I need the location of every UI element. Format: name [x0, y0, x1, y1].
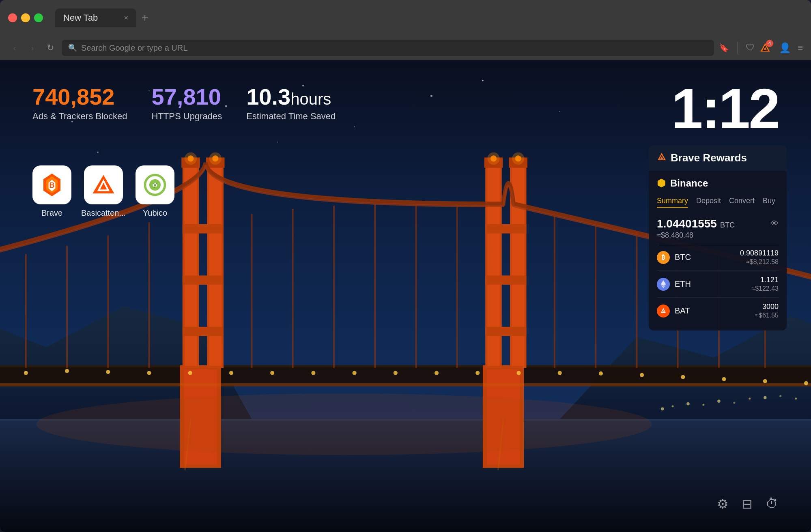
- shortcut-bat[interactable]: Basicatten...: [81, 165, 126, 218]
- svg-point-108: [779, 395, 781, 397]
- bat-amount: 3000: [755, 302, 779, 311]
- svg-text:y: y: [153, 181, 157, 188]
- active-tab[interactable]: New Tab ×: [55, 9, 136, 27]
- svg-point-100: [661, 408, 664, 411]
- total-balance-usd: ≈$8,480.48: [657, 231, 735, 240]
- bat-triangle-icon: [657, 152, 667, 162]
- svg-point-66: [185, 152, 197, 165]
- svg-point-88: [558, 371, 562, 375]
- tab-buy[interactable]: Buy: [763, 195, 775, 208]
- tab-convert[interactable]: Convert: [729, 195, 755, 208]
- eth-amount: 1.121: [751, 276, 779, 284]
- profile-icon[interactable]: 👤: [779, 42, 791, 54]
- time-saved-unit: hours: [290, 90, 331, 108]
- svg-point-85: [435, 371, 439, 375]
- btc-name: BTC: [675, 253, 740, 262]
- tab-deposit[interactable]: Deposit: [696, 195, 721, 208]
- brave-rewards-label: Brave Rewards: [671, 152, 747, 164]
- minimize-button[interactable]: [21, 13, 30, 22]
- svg-rect-41: [485, 327, 526, 336]
- svg-rect-30: [183, 224, 224, 234]
- traffic-lights: [8, 13, 43, 22]
- bat-row[interactable]: BAT 3000 ≈$61.55: [657, 297, 779, 324]
- svg-point-106: [749, 398, 751, 400]
- eth-row[interactable]: ETH 1.121 ≈$122.43: [657, 270, 779, 297]
- svg-point-94: [804, 381, 808, 385]
- svg-point-70: [487, 152, 499, 165]
- back-button[interactable]: ‹: [8, 41, 21, 54]
- brave-logo-svg: B: [38, 171, 66, 199]
- maximize-button[interactable]: [34, 13, 43, 22]
- titlebar: New Tab × +: [0, 0, 811, 36]
- ads-blocked-label: Ads & Trackers Blocked: [32, 111, 127, 122]
- total-balance-unit: BTC: [720, 221, 735, 230]
- tab-close-icon[interactable]: ×: [124, 14, 128, 22]
- new-tab-button[interactable]: +: [142, 11, 148, 24]
- yubico-shortcut-label: Yubico: [143, 208, 167, 218]
- binance-widget: Brave Rewards ⬢ Binance Summary Deposit …: [649, 145, 787, 330]
- reload-button[interactable]: ↻: [44, 41, 57, 54]
- svg-point-76: [65, 369, 69, 373]
- svg-rect-32: [183, 327, 224, 336]
- search-input[interactable]: Search Google or type a URL: [81, 43, 708, 53]
- settings-icon[interactable]: ⚙: [717, 496, 729, 512]
- svg-point-77: [106, 370, 110, 374]
- stats-overlay: 740,852 Ads & Trackers Blocked 57,810 HT…: [32, 84, 336, 122]
- svg-point-82: [311, 371, 315, 375]
- hide-balance-button[interactable]: 👁: [770, 219, 779, 228]
- btc-usd: ≈$8,212.58: [740, 258, 779, 266]
- bat-name: BAT: [675, 306, 755, 315]
- svg-point-90: [640, 373, 644, 377]
- svg-point-12: [559, 111, 560, 112]
- brave-app-icon: B: [32, 165, 71, 204]
- browser-window: New Tab × + ‹ › ↻ 🔍 Search Google or typ…: [0, 0, 811, 532]
- binance-name: Binance: [670, 178, 708, 189]
- bottom-icons: ⚙ ⊟ ⏱: [717, 496, 779, 512]
- svg-point-107: [764, 396, 767, 399]
- tab-area: New Tab × +: [55, 9, 148, 27]
- brave-rewards-header[interactable]: Brave Rewards: [649, 145, 787, 171]
- notification-badge: 4: [766, 40, 773, 47]
- svg-point-93: [763, 379, 767, 383]
- search-icon: 🔍: [68, 43, 77, 52]
- svg-point-86: [475, 371, 480, 375]
- btc-row[interactable]: ₿ BTC 0.90891119 ≈$8,212.58: [657, 244, 779, 270]
- svg-point-92: [722, 377, 726, 381]
- history-icon[interactable]: ⏱: [766, 496, 779, 512]
- address-bar[interactable]: 🔍 Search Google or type a URL: [62, 40, 714, 56]
- bookmarks-icon[interactable]: ⊟: [742, 496, 753, 512]
- eth-name: ETH: [675, 279, 751, 289]
- svg-point-78: [147, 371, 151, 375]
- bat-app-icon: [84, 165, 123, 204]
- app-shortcuts: B Brave Basicatten...: [32, 165, 174, 218]
- menu-icon[interactable]: ≡: [798, 43, 803, 53]
- svg-point-81: [270, 371, 274, 375]
- close-button[interactable]: [8, 13, 17, 22]
- svg-rect-31: [183, 275, 224, 285]
- rewards-button[interactable]: 4: [759, 42, 771, 54]
- svg-point-75: [24, 371, 28, 375]
- ads-blocked-stat: 740,852 Ads & Trackers Blocked: [32, 84, 127, 122]
- shortcut-yubico[interactable]: y Yubico: [136, 165, 174, 218]
- forward-button[interactable]: ›: [26, 41, 39, 54]
- svg-point-99: [36, 393, 652, 455]
- ads-blocked-number: 740,852: [32, 84, 127, 109]
- svg-point-102: [686, 402, 690, 405]
- https-upgrades-stat: 57,810 HTTPS Upgrades: [152, 84, 222, 122]
- svg-rect-20: [0, 365, 811, 386]
- svg-rect-39: [485, 224, 526, 234]
- tab-summary[interactable]: Summary: [657, 195, 688, 208]
- total-balance-amount: 1.04401555: [657, 217, 717, 230]
- svg-rect-64: [0, 383, 811, 386]
- svg-rect-21: [0, 365, 811, 367]
- brave-rewards-icon: [657, 152, 667, 164]
- shield-icon[interactable]: 🛡: [746, 43, 755, 53]
- binance-body: 1.04401555 BTC ≈$8,480.48 👁 ₿ BTC 0.90: [649, 211, 787, 330]
- svg-rect-40: [485, 275, 526, 285]
- binance-logo-icon: ⬢: [657, 177, 666, 189]
- svg-point-15: [277, 142, 278, 143]
- bookmark-icon[interactable]: 🔖: [719, 43, 729, 53]
- eth-usd: ≈$122.43: [751, 285, 779, 292]
- shortcut-brave[interactable]: B Brave: [32, 165, 71, 218]
- yubico-logo-svg: y: [141, 171, 169, 199]
